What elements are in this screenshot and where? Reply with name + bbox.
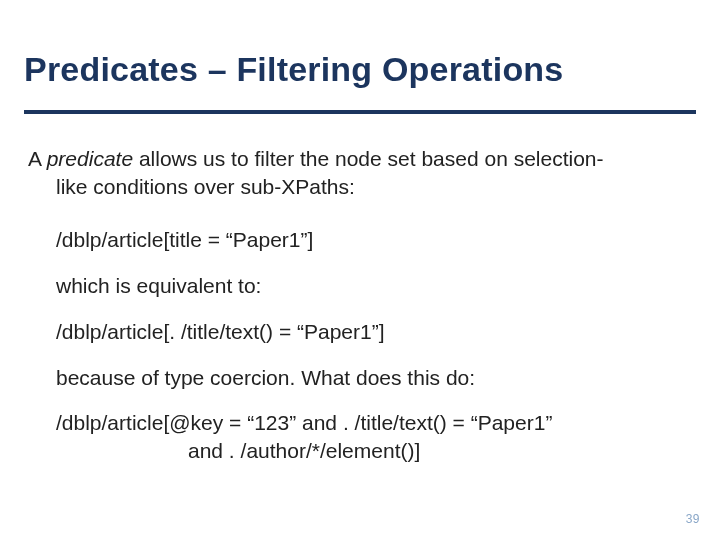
lead-pre: A: [28, 147, 47, 170]
lead-paragraph: A predicate allows us to filter the node…: [28, 145, 692, 200]
lead-post1: allows us to filter the node set based o…: [133, 147, 603, 170]
lead-line2: like conditions over sub-XPaths:: [56, 173, 692, 201]
predicate-word: predicate: [47, 147, 133, 170]
page-number: 39: [686, 512, 700, 526]
slide-title: Predicates – Filtering Operations: [24, 50, 696, 89]
title-rule: [24, 110, 696, 114]
plain-text-2: because of type coercion. What does this…: [56, 364, 692, 392]
slide-body: A predicate allows us to filter the node…: [28, 145, 692, 483]
xpath-code-3: /dblp/article[@key = “123” and . /title/…: [56, 409, 692, 464]
xpath-code-3-line1: /dblp/article[@key = “123” and . /title/…: [56, 411, 552, 434]
xpath-code-2: /dblp/article[. /title/text() = “Paper1”…: [56, 318, 692, 346]
plain-text-1: which is equivalent to:: [56, 272, 692, 300]
lead-line1: A predicate allows us to filter the node…: [28, 145, 692, 173]
xpath-code-3-line2: and . /author/*/element()]: [188, 437, 692, 465]
xpath-code-1: /dblp/article[title = “Paper1”]: [56, 226, 692, 254]
slide: Predicates – Filtering Operations A pred…: [0, 0, 720, 540]
